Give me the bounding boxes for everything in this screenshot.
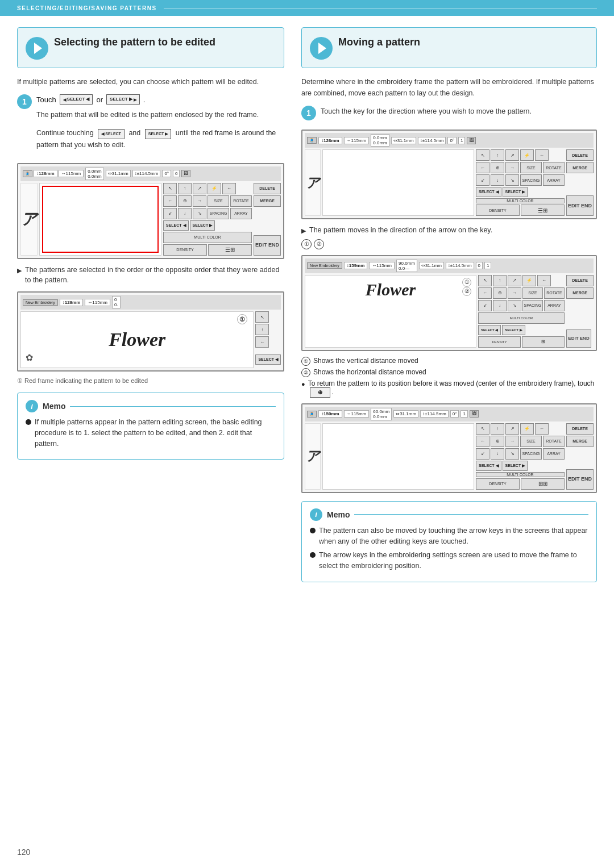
- rblur-btn[interactable]: ⚡: [520, 149, 534, 161]
- w-btn-s2[interactable]: ←: [255, 336, 269, 348]
- dir-n-btn[interactable]: ↑: [178, 183, 192, 194]
- rs2-array[interactable]: ARRAY: [544, 300, 565, 311]
- rs2-sel-l[interactable]: SELECT ◀: [478, 325, 501, 335]
- rs2-edit-end[interactable]: EDIT END: [566, 329, 591, 348]
- rs2-ne[interactable]: ↗: [508, 275, 521, 286]
- dir-sw-btn[interactable]: ↙: [163, 208, 177, 219]
- r3sw[interactable]: ↙: [476, 448, 489, 460]
- rmerge-btn[interactable]: MERGE: [566, 162, 594, 173]
- rotate-btn[interactable]: ROTATE: [230, 195, 252, 207]
- rs2-grid[interactable]: ⊞: [522, 336, 565, 348]
- r3delete[interactable]: DELETE: [566, 423, 594, 435]
- spacing-btn[interactable]: SPACING: [208, 208, 229, 219]
- rs2-spacing[interactable]: SPACING: [522, 300, 543, 311]
- rs2-density[interactable]: DENSITY: [478, 336, 521, 348]
- re-btn[interactable]: →: [505, 162, 519, 173]
- r3s[interactable]: ↓: [491, 448, 504, 460]
- r3merge[interactable]: MERGE: [566, 436, 594, 447]
- r3n[interactable]: ↑: [491, 423, 504, 435]
- r3rotate[interactable]: ROTATE: [543, 436, 565, 447]
- rnw-btn[interactable]: ↖: [476, 149, 489, 161]
- rs2-n[interactable]: ↑: [493, 275, 507, 286]
- blur-btn[interactable]: ⚡: [208, 183, 221, 194]
- rs2-se[interactable]: ↘: [508, 300, 521, 311]
- r3array[interactable]: ARRAY: [543, 448, 565, 460]
- rs2-e[interactable]: →: [508, 287, 521, 299]
- density-btn[interactable]: DENSITY: [163, 244, 207, 256]
- rs2-s[interactable]: ↓: [493, 300, 507, 311]
- select-left-s2[interactable]: SELECT ◀: [255, 354, 281, 365]
- rne-btn[interactable]: ↗: [505, 149, 519, 161]
- select-right-screen1[interactable]: SELECT ▶: [190, 220, 215, 231]
- rspacing-btn[interactable]: SPACING: [520, 174, 542, 186]
- rs2-sw[interactable]: ↙: [478, 300, 492, 311]
- rarray-btn[interactable]: ARRAY: [543, 174, 565, 186]
- rs2-arrow[interactable]: ←: [537, 275, 551, 286]
- rn-btn[interactable]: ↑: [491, 149, 504, 161]
- select-right-btn-2[interactable]: SELECT: [145, 129, 172, 139]
- rmulti-color-btn[interactable]: MULTI COLOR: [476, 198, 565, 203]
- r3w[interactable]: ←: [476, 436, 489, 447]
- dir-center-btn[interactable]: ⊕: [178, 195, 192, 207]
- dir-w-btn[interactable]: ←: [163, 195, 177, 207]
- dir-nw-btn[interactable]: ↖: [163, 183, 177, 194]
- nw-btn-s2[interactable]: ↖: [255, 311, 269, 323]
- dir-se-btn[interactable]: ↘: [193, 208, 206, 219]
- center-btn-inline[interactable]: ⊕: [310, 387, 330, 398]
- rcenter-btn[interactable]: ⊕: [491, 162, 504, 173]
- r3arrow[interactable]: ←: [535, 423, 549, 435]
- rdensity-btn[interactable]: DENSITY: [476, 205, 520, 216]
- rs2-merge[interactable]: MERGE: [566, 287, 594, 299]
- rs2-delete[interactable]: DELETE: [566, 275, 594, 286]
- rs2-sel-r[interactable]: SELECT ▶: [502, 325, 525, 335]
- rs-btn[interactable]: ↓: [491, 174, 504, 186]
- rs2-size[interactable]: SIZE: [522, 287, 543, 299]
- rse-btn[interactable]: ↘: [505, 174, 519, 186]
- rgrid-btn[interactable]: ☰⊞: [521, 205, 565, 216]
- dir-s-btn[interactable]: ↓: [178, 208, 192, 219]
- select-right-btn[interactable]: SELECT ▶: [106, 94, 140, 105]
- n-btn-s2[interactable]: ↑: [255, 324, 269, 335]
- redit-end-btn[interactable]: EDIT END: [566, 195, 594, 216]
- r3spacing[interactable]: SPACING: [520, 448, 542, 460]
- select-left-btn-2[interactable]: SELECT: [98, 129, 125, 139]
- grid-btn[interactable]: ☰⊞: [208, 244, 252, 256]
- dir-ne-btn[interactable]: ↗: [193, 183, 206, 194]
- r3e[interactable]: →: [505, 436, 519, 447]
- r3ne[interactable]: ↗: [505, 423, 519, 435]
- r3extra[interactable]: ⚡: [520, 423, 534, 435]
- delete-btn[interactable]: DELETE: [254, 183, 281, 194]
- multi-color-btn[interactable]: MULTI COLOR: [163, 232, 252, 243]
- rselect-right[interactable]: SELECT ▶: [503, 187, 528, 197]
- r3size[interactable]: SIZE: [520, 436, 542, 447]
- array-btn[interactable]: ARRAY: [230, 208, 252, 219]
- rsw-btn[interactable]: ↙: [476, 174, 489, 186]
- r3density[interactable]: DENSITY: [476, 478, 520, 490]
- rs2-multi[interactable]: MULTI COLOR: [478, 312, 565, 324]
- arrow-left-extra[interactable]: ←: [222, 183, 236, 194]
- r3sel-r[interactable]: SELECT ▶: [503, 461, 528, 471]
- r3edit-end[interactable]: EDIT END: [566, 469, 594, 490]
- r3sel-l[interactable]: SELECT ◀: [476, 461, 501, 471]
- rs2-nw[interactable]: ↖: [478, 275, 492, 286]
- r3multi[interactable]: MULTI COLOR: [476, 472, 565, 477]
- rdelete-btn[interactable]: DELETE: [566, 149, 594, 161]
- size-btn[interactable]: SIZE: [208, 195, 229, 207]
- rs2-extra[interactable]: ⚡: [522, 275, 536, 286]
- rsize-btn[interactable]: SIZE: [520, 162, 542, 173]
- r3c[interactable]: ⊕: [491, 436, 504, 447]
- rrotate-btn[interactable]: ROTATE: [543, 162, 565, 173]
- rs2-rotate[interactable]: ROTATE: [544, 287, 565, 299]
- merge-btn[interactable]: MERGE: [254, 195, 281, 207]
- r3grid[interactable]: ⊞⊞: [521, 478, 565, 490]
- select-left-screen1[interactable]: SELECT ◀: [163, 220, 189, 231]
- rselect-left[interactable]: SELECT ◀: [476, 187, 501, 197]
- rarrow-extra[interactable]: ←: [535, 149, 549, 161]
- r3nw[interactable]: ↖: [476, 423, 489, 435]
- rs2-c[interactable]: ⊕: [493, 287, 507, 299]
- select-left-btn[interactable]: SELECT ◀: [60, 94, 93, 105]
- rw-btn[interactable]: ←: [476, 162, 489, 173]
- edit-end-btn[interactable]: EDIT END: [254, 235, 281, 256]
- r3se[interactable]: ↘: [505, 448, 519, 460]
- dir-e-btn[interactable]: →: [193, 195, 206, 207]
